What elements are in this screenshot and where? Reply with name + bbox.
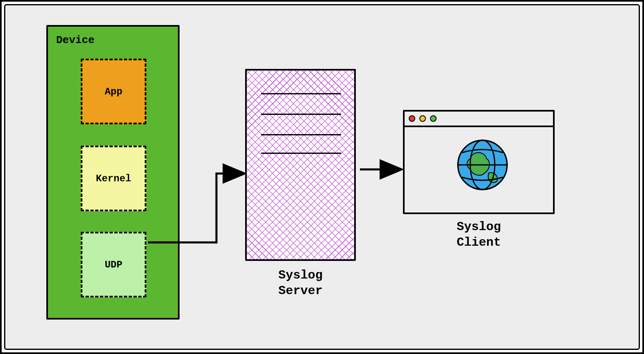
client-label-line1: Syslog: [457, 220, 501, 234]
diagram-outer-frame: Device App Kernel UDP: [0, 0, 644, 354]
window-dot-close-icon: [409, 115, 415, 122]
globe-icon: [454, 136, 511, 194]
client-label-line2: Client: [457, 235, 501, 249]
window-titlebar: [405, 112, 553, 127]
window-dot-minimize-icon: [419, 115, 426, 122]
syslog-client-label: Syslog Client: [403, 219, 555, 250]
diagram-canvas: Device App Kernel UDP: [4, 4, 640, 350]
syslog-client-window: [403, 110, 555, 214]
window-dot-zoom-icon: [430, 115, 437, 122]
